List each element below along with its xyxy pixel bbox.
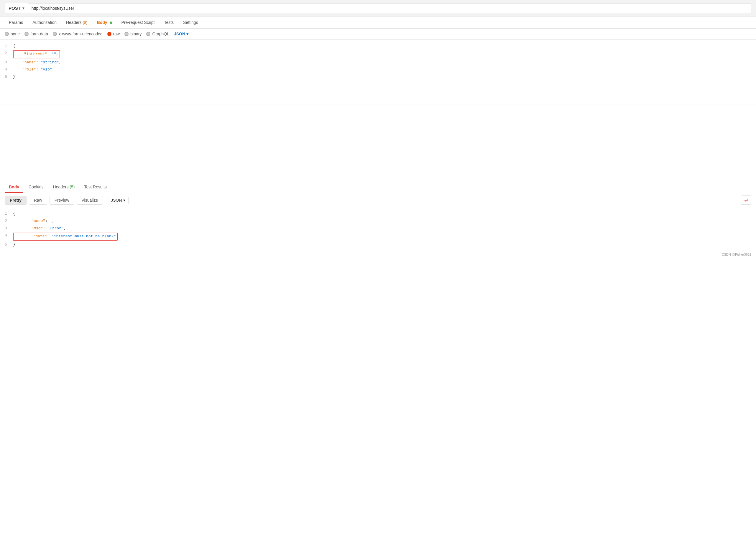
line-num-3: 3: [0, 59, 12, 66]
body-type-urlencoded[interactable]: x-www-form-urlencoded: [53, 32, 103, 36]
radio-binary-icon: [124, 32, 129, 36]
resp-headers-badge: (5): [70, 184, 75, 189]
resp-code-line-2: 2 "code": 1,: [0, 218, 756, 225]
tab-settings[interactable]: Settings: [179, 17, 202, 28]
tab-tests[interactable]: Tests: [160, 17, 178, 28]
radio-formdata-icon: [24, 32, 29, 36]
wrap-icon[interactable]: ⇌: [741, 195, 751, 205]
resp-code-line-3: 3 "msg": "Error",: [0, 225, 756, 232]
url-bar: POST ▾: [0, 0, 756, 17]
tab-prerequest[interactable]: Pre-request Script: [117, 17, 159, 28]
resp-line-num-1: 1: [0, 211, 12, 217]
code-content-3: "name": "string",: [12, 59, 756, 66]
highlighted-interest-line: "interest": "",: [13, 50, 60, 58]
code-line-1: 1 {: [0, 43, 756, 50]
tab-body[interactable]: Body: [93, 17, 116, 28]
method-selector[interactable]: POST ▾: [5, 3, 28, 13]
preview-button[interactable]: Preview: [49, 196, 74, 205]
tab-params[interactable]: Params: [5, 17, 27, 28]
body-type-binary[interactable]: binary: [124, 32, 142, 36]
method-chevron-icon: ▾: [22, 6, 24, 10]
resp-code-line-5: 5 }: [0, 241, 756, 249]
headers-badge: (8): [83, 20, 87, 25]
raw-button[interactable]: Raw: [29, 196, 47, 205]
radio-none-icon: [5, 32, 9, 36]
pretty-button[interactable]: Pretty: [5, 196, 26, 205]
radio-urlencoded-icon: [53, 32, 57, 36]
response-toolbar: Pretty Raw Preview Visualize JSON ▾ ⇌: [0, 193, 756, 207]
empty-space: [0, 104, 756, 181]
response-section: Body Cookies Headers (5) Test Results Pr…: [0, 181, 756, 251]
resp-line-num-3: 3: [0, 225, 12, 232]
code-content-2: "interest": "",: [12, 50, 756, 58]
radio-raw-icon: [107, 32, 112, 36]
resp-line-num-5: 5: [0, 242, 12, 248]
resp-tab-testresults[interactable]: Test Results: [80, 181, 111, 193]
line-num-2: 2: [0, 50, 12, 57]
resp-json-selector[interactable]: JSON ▾: [108, 196, 128, 204]
method-label: POST: [9, 6, 21, 11]
code-content-1: {: [12, 43, 756, 49]
resp-line-num-4: 4: [0, 233, 12, 239]
resp-line-num-2: 2: [0, 218, 12, 224]
resp-code-line-1: 1 {: [0, 210, 756, 218]
watermark: CSDN @Fisher3652: [0, 251, 756, 258]
response-tabs: Body Cookies Headers (5) Test Results: [0, 181, 756, 193]
code-content-4: "role": "vip": [12, 67, 756, 73]
resp-code-content-3: "msg": "Error",: [12, 225, 756, 232]
resp-code-content-1: {: [12, 211, 756, 217]
resp-code-line-4: 4 "data": "interest must not be blank": [0, 232, 756, 241]
code-content-5: }: [12, 74, 756, 80]
resp-tab-headers[interactable]: Headers (5): [49, 181, 79, 193]
highlighted-data-line: "data": "interest must not be blank": [13, 233, 118, 241]
line-num-4: 4: [0, 67, 12, 73]
line-num-5: 5: [0, 74, 12, 80]
resp-json-chevron-icon: ▾: [123, 198, 125, 203]
line-num-1: 1: [0, 43, 12, 49]
code-line-3: 3 "name": "string",: [0, 59, 756, 66]
body-type-graphql[interactable]: GraphQL: [146, 32, 169, 36]
body-type-raw[interactable]: raw: [107, 32, 120, 36]
tab-headers[interactable]: Headers (8): [62, 17, 92, 28]
resp-code-content-4: "data": "interest must not be blank": [12, 233, 756, 241]
resp-code-content-5: }: [12, 242, 756, 248]
body-type-none[interactable]: none: [5, 32, 20, 36]
body-type-form-data[interactable]: form-data: [24, 32, 48, 36]
resp-tab-body[interactable]: Body: [5, 181, 23, 193]
code-line-2: 2 "interest": "",: [0, 50, 756, 59]
json-type-selector[interactable]: JSON ▾: [174, 32, 188, 36]
visualize-button[interactable]: Visualize: [77, 196, 103, 205]
url-input[interactable]: [28, 3, 751, 13]
request-body-editor[interactable]: 1 { 2 "interest": "", 3 "name": "string"…: [0, 40, 756, 104]
body-active-dot: [110, 21, 112, 24]
resp-tab-cookies[interactable]: Cookies: [24, 181, 48, 193]
json-chevron-icon: ▾: [186, 32, 188, 36]
resp-code-content-2: "code": 1,: [12, 218, 756, 224]
code-line-4: 4 "role": "vip": [0, 66, 756, 73]
radio-graphql-icon: [146, 32, 150, 36]
body-type-selectors: none form-data x-www-form-urlencoded raw…: [0, 29, 756, 40]
tab-authorization[interactable]: Authorization: [28, 17, 61, 28]
response-body-editor: 1 { 2 "code": 1, 3 "msg": "Error", 4: [0, 207, 756, 251]
request-tabs: Params Authorization Headers (8) Body Pr…: [0, 17, 756, 29]
code-line-5: 5 }: [0, 73, 756, 81]
